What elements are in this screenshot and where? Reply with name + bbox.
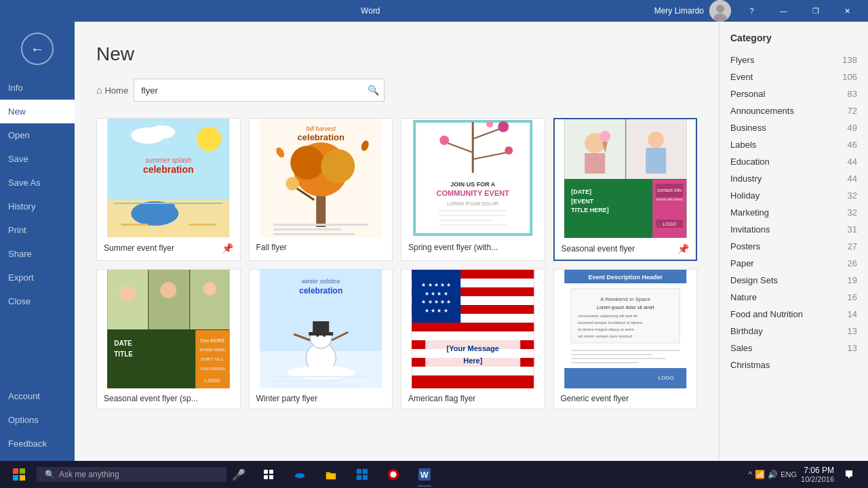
category-item[interactable]: Invitations31 bbox=[719, 221, 868, 238]
category-item[interactable]: Posters27 bbox=[719, 238, 868, 255]
svg-text:contact info: contact info bbox=[657, 188, 682, 192]
back-button[interactable]: ← bbox=[21, 33, 54, 65]
app-name: Word bbox=[361, 6, 380, 16]
taskbar-app-taskview[interactable] bbox=[254, 461, 283, 488]
svg-rect-27 bbox=[273, 228, 341, 230]
category-item[interactable]: Sales13 bbox=[719, 340, 868, 357]
svg-text:[EVENT: [EVENT bbox=[571, 198, 594, 205]
svg-rect-13 bbox=[121, 224, 148, 226]
svg-marker-153 bbox=[848, 476, 850, 479]
template-card[interactable]: [DATE] [EVENT TITLE HERE] contact info m… bbox=[553, 118, 698, 261]
sidebar-item-options[interactable]: Options bbox=[0, 408, 75, 432]
sidebar-item-open[interactable]: Open bbox=[0, 123, 75, 147]
category-item[interactable]: Food and Nutrition14 bbox=[719, 306, 868, 323]
titlebar: Word Mery Limardo ? — ❐ ✕ bbox=[0, 0, 868, 22]
taskbar-app-word[interactable]: W bbox=[410, 461, 439, 488]
svg-rect-143 bbox=[326, 473, 336, 479]
svg-rect-104 bbox=[412, 323, 534, 331]
systray-arrow[interactable]: ^ bbox=[749, 470, 753, 479]
sidebar-item-account[interactable]: Account bbox=[0, 384, 75, 408]
svg-rect-144 bbox=[357, 469, 361, 474]
category-item[interactable]: Announcements72 bbox=[719, 102, 868, 119]
sidebar-item-save-as[interactable]: Save As bbox=[0, 171, 75, 195]
taskbar-clock[interactable]: 7:06 PM 10/2/2016 bbox=[801, 466, 834, 483]
svg-point-87 bbox=[316, 334, 319, 337]
sidebar-item-label: Save As bbox=[8, 178, 41, 188]
language-label[interactable]: ENG bbox=[781, 470, 797, 479]
home-link[interactable]: ⌂ Home bbox=[96, 85, 128, 96]
category-item[interactable]: Birthday13 bbox=[719, 323, 868, 340]
sidebar-item-new[interactable]: New bbox=[0, 100, 75, 123]
template-card[interactable]: ★ ★ ★ ★ ★ ★ ★ ★ ★ ★ ★ ★ ★ ★ ★ ★ ★ ★ [You… bbox=[401, 269, 545, 409]
category-item[interactable]: Business49 bbox=[719, 119, 868, 136]
svg-text:winter solstice: winter solstice bbox=[301, 278, 340, 285]
sidebar-item-share[interactable]: Share bbox=[0, 242, 75, 266]
template-card[interactable]: DATE TITLE One MORE WORD HERE DON'T TELL… bbox=[96, 269, 241, 409]
svg-text:A Weekend in Space: A Weekend in Space bbox=[600, 296, 651, 302]
svg-rect-94 bbox=[273, 376, 368, 378]
svg-point-69 bbox=[119, 285, 136, 302]
taskbar-app-antivirus[interactable] bbox=[378, 461, 408, 488]
restore-button[interactable]: ❐ bbox=[800, 0, 831, 22]
taskbar-search[interactable]: 🔍 Ask me anything bbox=[37, 467, 226, 482]
sidebar-item-history[interactable]: History bbox=[0, 195, 75, 218]
svg-rect-152 bbox=[846, 470, 852, 476]
category-count: 44 bbox=[848, 174, 857, 184]
category-label: Food and Nutrition bbox=[730, 309, 803, 319]
template-card[interactable]: summer splash celebration Summer event f… bbox=[96, 118, 241, 261]
template-card[interactable]: Event Description Header A Weekend in Sp… bbox=[553, 269, 698, 409]
svg-text:more info here: more info here bbox=[656, 197, 682, 201]
taskbar-app-edge[interactable] bbox=[285, 461, 315, 488]
category-item[interactable]: Paper26 bbox=[719, 255, 868, 272]
network-icon[interactable]: 📶 bbox=[755, 470, 765, 479]
svg-rect-140 bbox=[264, 475, 268, 479]
template-card[interactable]: winter solstice celebration Winter party… bbox=[249, 269, 393, 409]
sidebar-item-print[interactable]: Print bbox=[0, 218, 75, 242]
category-label: Posters bbox=[730, 241, 760, 251]
search-input[interactable] bbox=[134, 81, 362, 100]
category-count: 49 bbox=[848, 123, 857, 133]
start-button[interactable] bbox=[3, 461, 35, 488]
svg-point-50 bbox=[648, 131, 664, 148]
close-button[interactable]: ✕ bbox=[832, 0, 863, 22]
sidebar-item-export[interactable]: Export bbox=[0, 266, 75, 289]
sidebar-item-label: Save bbox=[8, 154, 28, 164]
category-item[interactable]: Flyers138 bbox=[719, 52, 868, 68]
sidebar-item-save[interactable]: Save bbox=[0, 147, 75, 171]
template-card[interactable]: fall harvest celebration Fall flyer bbox=[249, 118, 393, 261]
volume-icon[interactable]: 🔊 bbox=[768, 470, 778, 479]
category-item[interactable]: Industry44 bbox=[719, 170, 868, 187]
svg-text:★ ★ ★ ★ ★: ★ ★ ★ ★ ★ bbox=[421, 282, 451, 288]
category-item[interactable]: Design Sets19 bbox=[719, 272, 868, 289]
pin-icon: 📌 bbox=[222, 243, 233, 253]
sidebar: ← Info New Open Save Save As History Pri… bbox=[0, 22, 75, 461]
svg-text:celebration: celebration bbox=[299, 286, 342, 296]
taskbar-mic[interactable]: 🎤 bbox=[228, 461, 250, 488]
sidebar-item-close[interactable]: Close bbox=[0, 289, 75, 313]
sidebar-item-info[interactable]: Info bbox=[0, 76, 75, 100]
category-item[interactable]: Marketing32 bbox=[719, 204, 868, 221]
taskbar-app-store[interactable] bbox=[347, 461, 377, 488]
category-count: 27 bbox=[848, 241, 857, 251]
category-item[interactable]: Nature16 bbox=[719, 289, 868, 306]
svg-text:COMMUNITY EVENT: COMMUNITY EVENT bbox=[437, 189, 510, 197]
category-item[interactable]: Labels46 bbox=[719, 136, 868, 153]
category-count: 26 bbox=[848, 258, 857, 268]
help-button[interactable]: ? bbox=[736, 0, 767, 22]
template-thumbnail: winter solstice celebration bbox=[250, 270, 393, 388]
category-item[interactable]: Holiday32 bbox=[719, 187, 868, 204]
category-item[interactable]: Event106 bbox=[719, 68, 868, 85]
mic-icon: 🎤 bbox=[232, 468, 245, 481]
svg-text:★ ★ ★ ★: ★ ★ ★ ★ bbox=[425, 308, 448, 314]
category-label: Business bbox=[730, 123, 766, 133]
notification-button[interactable] bbox=[838, 461, 860, 488]
taskbar-app-explorer[interactable] bbox=[316, 461, 346, 488]
minimize-button[interactable]: — bbox=[768, 0, 799, 22]
sidebar-item-feedback[interactable]: Feedback bbox=[0, 432, 75, 455]
category-item[interactable]: Personal83 bbox=[719, 85, 868, 102]
category-item[interactable]: Christmas bbox=[719, 357, 868, 373]
category-item[interactable]: Education44 bbox=[719, 153, 868, 170]
category-count: 106 bbox=[842, 72, 857, 82]
search-button[interactable]: 🔍 bbox=[362, 79, 384, 101]
template-card[interactable]: JOIN US FOR A COMMUNITY EVENT LOREM IPSU… bbox=[401, 118, 545, 261]
